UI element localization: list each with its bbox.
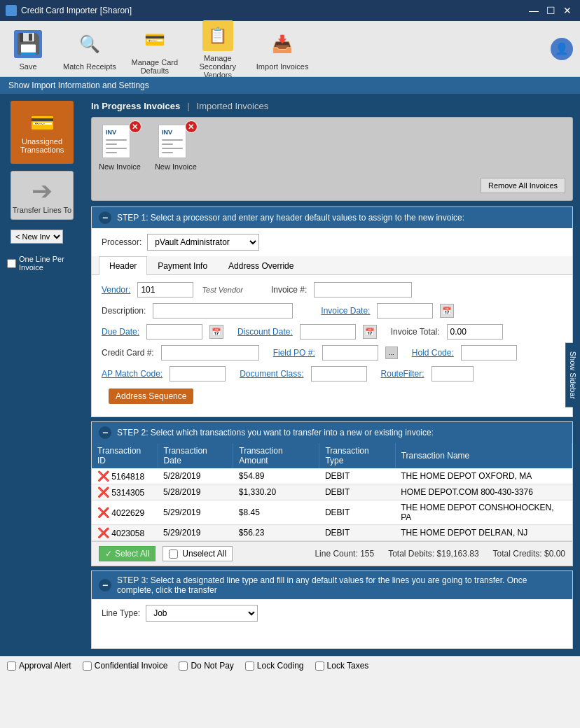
one-line-per-checkbox[interactable] (7, 259, 16, 268)
tab-address-override[interactable]: Address Override (218, 256, 304, 275)
do-not-pay-label: Do Not Pay (191, 661, 233, 671)
save-toolbar-item[interactable]: Save (7, 27, 49, 71)
close-button[interactable]: ✕ (560, 4, 574, 18)
total-credits-label: Total Credits: $0.00 (493, 549, 565, 559)
due-date-calendar-btn[interactable]: 📅 (209, 325, 223, 339)
table-row[interactable]: ❌ 5314305 5/28/2019 $1,330.20 DEBIT HOME… (92, 484, 572, 500)
error-icon: ❌ (97, 527, 109, 538)
one-line-per-row: One Line Per Invoice (7, 255, 77, 272)
imported-invoices-link[interactable]: Imported Invoices (197, 101, 269, 111)
invoice-item-1[interactable]: ✕ New Invoice (99, 125, 141, 171)
lock-taxes-checkbox[interactable] (315, 662, 324, 671)
col-header-date: Transaction Date (158, 443, 233, 468)
processor-select[interactable]: pVault Administrator (147, 234, 259, 251)
description-input[interactable] (153, 303, 293, 318)
cell-id: ❌ 4022629 (92, 500, 158, 525)
field-po-label[interactable]: Field PO #: (273, 348, 315, 358)
tab-payment-info[interactable]: Payment Info (147, 256, 218, 275)
match-receipts-label: Match Receipts (63, 62, 116, 71)
discount-date-calendar-btn[interactable]: 📅 (363, 325, 377, 339)
field-po-input[interactable] (322, 345, 378, 360)
step1-section: − STEP 1: Select a processor and enter a… (91, 206, 573, 417)
save-icon-img (14, 30, 42, 58)
tab-header[interactable]: Header (99, 256, 147, 275)
title-bar-left: Credit Card Importer [Sharon] (6, 5, 132, 16)
processor-label: Processor: (102, 237, 141, 247)
step2-collapse-header[interactable]: − STEP 2: Select which transactions you … (92, 422, 572, 443)
match-receipts-toolbar-item[interactable]: Match Receipts (63, 27, 116, 71)
cell-date: 5/28/2019 (158, 484, 233, 500)
route-filter-label[interactable]: RouteFilter: (381, 369, 424, 379)
vendor-input[interactable] (137, 282, 193, 298)
import-invoices-toolbar-item[interactable]: Import Invoices (256, 27, 309, 71)
tab-header-content: Vendor: Test Vendor Invoice #: Descripti… (92, 275, 572, 416)
error-icon: ❌ (97, 507, 109, 518)
credit-card-input[interactable] (161, 345, 259, 360)
cell-type: DEBIT (319, 468, 395, 484)
new-invoice-select[interactable]: < New Invoice > (11, 230, 63, 244)
invoice-area: ✕ New Invoice ✕ New In (91, 117, 573, 201)
transactions-table-wrapper: Transaction ID Transaction Date Transact… (92, 443, 572, 541)
invoice-icon-1 (102, 125, 130, 158)
match-receipts-icon-img (74, 29, 105, 59)
lock-coding-checkbox[interactable] (245, 662, 254, 671)
table-row[interactable]: ❌ 5164818 5/28/2019 $54.89 DEBIT THE HOM… (92, 468, 572, 484)
unselect-checkbox[interactable] (169, 550, 178, 559)
invoice-date-label[interactable]: Invoice Date: (321, 306, 370, 316)
due-date-input[interactable] (146, 324, 202, 340)
vendor-label[interactable]: Vendor: (102, 285, 130, 295)
invoice-total-input[interactable] (447, 324, 503, 340)
unselect-all-button[interactable]: Unselect All (163, 546, 233, 561)
remove-all-invoices-button[interactable]: Remove All Invoices (481, 178, 565, 193)
inv-line-3b (162, 148, 183, 149)
transfer-lines-button[interactable]: ➔ Transfer Lines To (11, 171, 74, 220)
table-row[interactable]: ❌ 4023058 5/29/2019 $56.23 DEBIT THE HOM… (92, 525, 572, 541)
maximize-button[interactable]: ☐ (544, 4, 558, 18)
select-all-button[interactable]: ✓ Select All (99, 546, 156, 561)
cell-amount: $54.89 (233, 468, 319, 484)
invoice-item-2[interactable]: ✕ New Invoice (155, 125, 197, 171)
line-type-select[interactable]: Job GL Equipment Inventory (146, 605, 258, 622)
doc-class-label[interactable]: Document Class: (240, 369, 303, 379)
invoice-date-calendar-btn[interactable]: 📅 (440, 304, 454, 318)
route-filter-input[interactable] (431, 366, 474, 382)
due-date-label[interactable]: Due Date: (102, 327, 139, 337)
step3-collapse-btn[interactable]: − (99, 579, 111, 592)
discount-date-input[interactable] (300, 324, 356, 340)
step1-collapse-header[interactable]: − STEP 1: Select a processor and enter a… (92, 207, 572, 228)
ap-match-label[interactable]: AP Match Code: (102, 369, 163, 379)
confidential-invoice-checkbox[interactable] (83, 662, 92, 671)
unselect-all-label: Unselect All (182, 549, 226, 559)
approval-alert-checkbox[interactable] (7, 662, 16, 671)
doc-class-input[interactable] (311, 366, 367, 382)
invoice-close-1[interactable]: ✕ (129, 120, 141, 133)
step3-header-text: STEP 3: Select a designated line type an… (117, 575, 565, 595)
unassigned-transactions-button[interactable]: 💳 Unassigned Transactions (11, 101, 74, 164)
show-import-bar-button[interactable]: Show Import Information and Settings (0, 77, 580, 94)
error-icon: ❌ (97, 486, 109, 498)
total-debits-value: $19,163.83 (437, 549, 479, 559)
minimize-button[interactable]: — (527, 4, 541, 18)
hold-code-input[interactable] (461, 345, 517, 360)
discount-date-label[interactable]: Discount Date: (237, 327, 293, 337)
invoice-close-2[interactable]: ✕ (185, 120, 198, 133)
address-seq-button[interactable]: Address Sequence (109, 388, 193, 404)
step3-collapse-header[interactable]: − STEP 3: Select a designated line type … (92, 571, 572, 599)
field-po-lookup-btn[interactable]: ... (385, 346, 398, 359)
title-bar-controls[interactable]: — ☐ ✕ (527, 4, 574, 18)
show-sidebar-button[interactable]: Show Sidebar (565, 342, 580, 407)
step2-collapse-btn[interactable]: − (99, 426, 111, 439)
step1-collapse-btn[interactable]: − (99, 211, 111, 224)
table-row[interactable]: ❌ 4022629 5/29/2019 $8.45 DEBIT THE HOME… (92, 500, 572, 525)
new-invoice-dropdown[interactable]: < New Invoice > (11, 230, 74, 244)
invoice-num-input[interactable] (314, 282, 412, 298)
manage-card-toolbar-item[interactable]: Manage Card Defaults (130, 23, 179, 75)
hold-code-label[interactable]: Hold Code: (412, 348, 454, 358)
cell-name: THE HOME DEPOT CONSHOHOCKEN, PA (395, 500, 572, 525)
ap-match-input[interactable] (170, 366, 226, 382)
unassigned-icon: 💳 (30, 111, 55, 134)
secondary-vendors-toolbar-item[interactable]: Manage Secondary Vendors (193, 19, 242, 79)
do-not-pay-checkbox[interactable] (179, 662, 188, 671)
approval-alert-item: Approval Alert (7, 661, 71, 671)
invoice-date-input[interactable] (377, 303, 433, 318)
